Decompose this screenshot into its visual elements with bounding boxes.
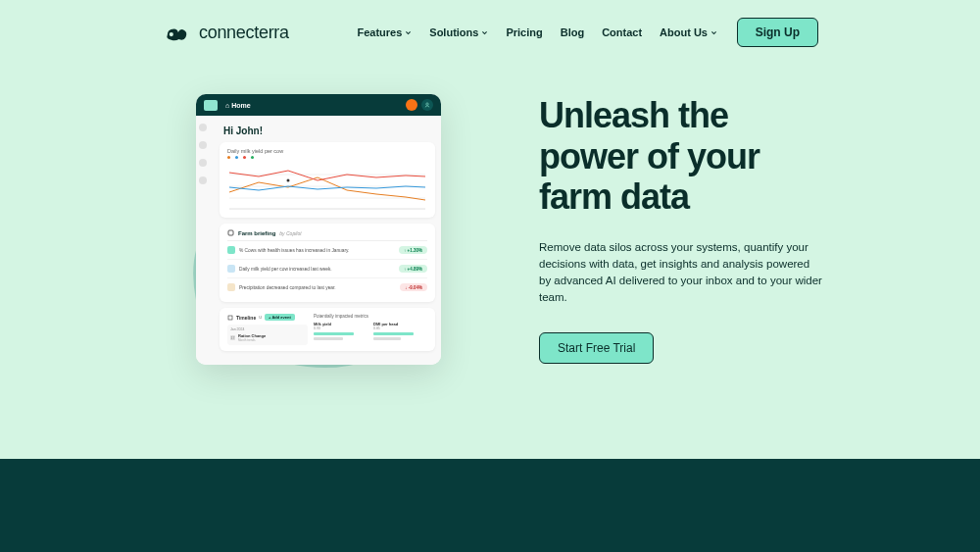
svg-point-6 — [287, 179, 290, 182]
delta-badge: ↑ +4.89% — [399, 265, 427, 273]
metrics-column: Potentially impacted metrics Milk yield … — [314, 314, 427, 345]
svg-rect-7 — [228, 230, 233, 235]
dashboard-mockup: ⌂ Home Hi John! Daily milk yield — [196, 94, 441, 365]
signup-button[interactable]: Sign Up — [737, 18, 818, 47]
health-icon — [227, 246, 235, 254]
start-trial-button[interactable]: Start Free Trial — [539, 332, 654, 364]
yield-chart-card: Daily milk yield per cow — [220, 142, 435, 218]
sidebar-nav-dot — [199, 176, 207, 184]
briefing-item: % Cows with health issues has increased … — [227, 241, 427, 260]
timeline-card: Timeline U + Add event Jan 2024 17 Ratio… — [220, 308, 435, 351]
dashboard-home-label: ⌂ Home — [225, 102, 251, 109]
briefing-item: Precipitation decreased compared to last… — [227, 278, 427, 296]
nav-blog[interactable]: Blog — [561, 26, 584, 38]
hero-illustration: ⌂ Home Hi John! Daily milk yield — [196, 94, 451, 365]
metric-bar — [314, 332, 354, 335]
svg-rect-8 — [228, 316, 232, 320]
dashboard-body: Hi John! Daily milk yield per cow — [196, 116, 441, 365]
yield-chart-title: Daily milk yield per cow — [227, 148, 427, 154]
nav-features[interactable]: Features — [357, 26, 412, 38]
sidebar-nav-dot — [199, 159, 207, 167]
chart-legend — [227, 156, 427, 159]
event-icon: 17 — [230, 335, 235, 340]
delta-badge: ↓ -9.04% — [400, 283, 427, 291]
main-nav: Features Solutions Pricing Blog Contact … — [357, 26, 717, 38]
briefing-icon — [227, 229, 234, 236]
brand-name: connecterra — [199, 23, 289, 43]
briefing-item: Daily milk yield per cow increased last … — [227, 260, 427, 278]
connecterra-logo-icon — [162, 22, 189, 43]
milk-icon — [227, 265, 235, 273]
chevron-down-icon — [481, 29, 488, 36]
delta-badge: ↑ +1.30% — [399, 246, 427, 254]
timeline-icon — [227, 315, 233, 321]
dashboard-sidebar — [199, 124, 207, 184]
dashboard-logo-icon — [204, 100, 218, 111]
add-event-tag: + Add event — [265, 314, 295, 321]
hero-content: Unleash the power of your farm data Remo… — [539, 95, 823, 363]
nav-contact[interactable]: Contact — [602, 26, 642, 38]
hero-headline: Unleash the power of your farm data — [539, 95, 823, 217]
nav-about[interactable]: About Us — [660, 26, 717, 38]
line-chart — [227, 163, 427, 210]
metric-item: DMI per head 0.85 — [373, 322, 427, 342]
notification-icon — [406, 99, 417, 111]
timeline-column: Timeline U + Add event Jan 2024 17 Ratio… — [227, 314, 308, 345]
svg-point-0 — [170, 32, 173, 36]
sidebar-nav-dot — [199, 141, 207, 149]
metric-item: Milk yield 0.93 — [314, 322, 368, 342]
timeline-date-box: Jan 2024 17 Ration Change Month trends — [227, 325, 308, 345]
nav-pricing[interactable]: Pricing — [506, 26, 542, 38]
chevron-down-icon — [710, 29, 717, 36]
sidebar-nav-dot — [199, 124, 207, 131]
nav-solutions[interactable]: Solutions — [429, 26, 488, 38]
dashboard-greeting: Hi John! — [214, 116, 441, 142]
dashboard-header: ⌂ Home — [196, 94, 441, 116]
site-header: connecterra Features Solutions Pricing B… — [0, 0, 980, 47]
hero-section: ⌂ Home Hi John! Daily milk yield — [0, 47, 980, 365]
farm-briefing-card: Farm briefing by Copilot % Cows with hea… — [220, 224, 435, 302]
hero-description: Remove data silos across your systems, q… — [539, 239, 823, 307]
metric-bar — [373, 332, 414, 335]
briefing-header: Farm briefing by Copilot — [227, 229, 427, 241]
chevron-down-icon — [405, 29, 412, 36]
brand-logo[interactable]: connecterra — [162, 22, 289, 43]
footer-band — [0, 459, 980, 552]
weather-icon — [227, 283, 235, 291]
user-avatar-icon — [421, 99, 433, 111]
svg-point-1 — [426, 103, 428, 105]
